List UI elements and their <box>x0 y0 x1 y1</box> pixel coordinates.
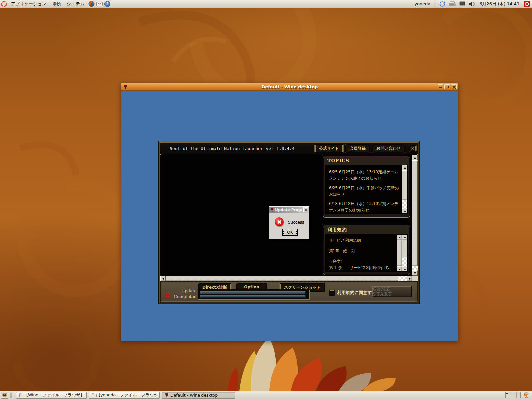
wine-virtual-desktop: Soul of the Ultimate Nation Launcher ver… <box>121 91 458 341</box>
wine-glass-icon <box>270 208 274 212</box>
agree-terms-label: 利用規約に同意する <box>337 290 376 296</box>
close-button[interactable] <box>451 84 457 89</box>
terms-text-area: サービス利用規約 第1章 総 則 （序文） 第 1 条 サービス利用規約（以下、… <box>325 234 408 272</box>
menu-applications[interactable]: アプリケーション <box>8 0 49 8</box>
scroll-thumb[interactable] <box>402 240 407 257</box>
progress-fill-top <box>200 291 306 294</box>
close-icon <box>452 85 456 89</box>
progress-fill-bottom <box>200 295 306 298</box>
scroll-thumb[interactable] <box>412 160 418 266</box>
clock[interactable]: 6月26日 (木) 14:49 <box>478 1 521 7</box>
close-icon <box>411 147 414 150</box>
workspace-cell[interactable] <box>506 392 509 395</box>
topics-title: TOPICS <box>325 157 408 165</box>
taskbar-window-yoneda-file-browser[interactable]: [yoneda - ファイル・ブラウザ] <box>89 392 160 399</box>
workspace-cell[interactable] <box>513 395 517 398</box>
page-vertical-scrollbar[interactable] <box>412 155 418 276</box>
dialog-titlebar[interactable]: Update Program <box>269 207 309 213</box>
error-icon <box>275 217 284 226</box>
scroll-up-button[interactable] <box>397 235 402 240</box>
taskbar-window-wine-desktop[interactable]: Default - Wine desktop <box>162 392 235 399</box>
scroll-up-button[interactable] <box>402 235 407 240</box>
dialog-message: Success <box>288 220 304 225</box>
workspace-cell[interactable] <box>517 395 520 398</box>
taskbar-window-label: [yoneda - ファイル・ブラウザ] <box>99 392 156 398</box>
topic-item[interactable]: 6/18 6月18日（水）13:10定期メンテナンス終了のお知らせ <box>329 201 400 213</box>
scroll-right-button[interactable] <box>407 276 412 281</box>
screen: アプリケーション 場所 システム ? yoneda <box>0 0 532 399</box>
topics-list: 6/25 6月25日（水）13:10定期ゲームメンテナンス終了のお知らせ 6/2… <box>325 165 408 214</box>
agree-terms-group: 利用規約に同意する <box>330 290 376 296</box>
terms-outer-scrollbar[interactable] <box>402 235 407 272</box>
maximize-button[interactable] <box>444 84 450 89</box>
menu-system-label: システム <box>67 1 84 7</box>
dialog-close-button[interactable] <box>303 207 308 212</box>
dialog-title: Update Program <box>275 208 302 212</box>
member-register-button[interactable]: 会員登録 <box>346 145 369 152</box>
menu-places[interactable]: 場所 <box>49 0 64 8</box>
scroll-down-button[interactable] <box>402 209 407 214</box>
official-site-button[interactable]: 公式サイト <box>315 145 343 152</box>
ok-button[interactable]: OK <box>282 229 298 236</box>
launcher-close-button[interactable] <box>410 146 416 151</box>
mail-icon[interactable] <box>96 1 103 7</box>
workspace-cell[interactable] <box>509 395 513 398</box>
update-refresh-icon[interactable] <box>439 1 446 7</box>
workspace-cell[interactable] <box>517 392 520 395</box>
scrollbar-corner <box>412 276 418 281</box>
scroll-down-button[interactable] <box>402 267 407 272</box>
scroll-thumb[interactable] <box>397 240 402 266</box>
ubuntu-logo-icon[interactable] <box>1 1 7 7</box>
terms-paragraph: 第1章 総 則 <box>329 248 394 254</box>
scroll-down-button[interactable] <box>412 270 418 276</box>
scroll-up-button[interactable] <box>402 165 407 170</box>
scroll-down-button[interactable] <box>397 267 402 272</box>
firefox-icon[interactable] <box>88 1 95 7</box>
desktop-wallpaper: Default - Wine desktop Soul of the Ultim… <box>0 8 532 391</box>
wine-glass-icon <box>123 84 128 90</box>
menu-places-label: 場所 <box>52 1 61 7</box>
username-label[interactable]: yoneda <box>412 1 432 6</box>
scroll-thumb[interactable] <box>402 170 407 200</box>
terms-inner-scrollbar[interactable] <box>397 235 402 272</box>
scroll-up-button[interactable] <box>412 155 418 160</box>
page-horizontal-scrollbar[interactable] <box>160 276 418 281</box>
trash-icon[interactable] <box>523 392 530 399</box>
taskbar-drag-handle[interactable] <box>10 393 12 398</box>
topics-scrollbar[interactable] <box>402 165 407 214</box>
option-label: Option <box>244 285 259 289</box>
workspace-switcher[interactable] <box>505 392 521 398</box>
topic-item[interactable]: 6/25 6月25日（水）手動パッチ更新のお知らせ <box>329 185 400 197</box>
top-panel-right: yoneda <box>412 0 532 8</box>
game-start-button[interactable]: GAME START <box>372 286 411 297</box>
show-desktop-icon <box>2 393 7 397</box>
game-start-label: GAME START <box>373 287 411 297</box>
workspace-cell[interactable] <box>506 395 509 398</box>
printer-icon[interactable] <box>449 1 456 7</box>
taskbar-window-label: Default - Wine desktop <box>170 393 218 398</box>
menu-applications-label: アプリケーション <box>11 1 46 7</box>
option-button[interactable]: Option <box>237 284 266 290</box>
help-glyph: ? <box>104 1 110 7</box>
panel-drag-handle[interactable] <box>434 1 436 7</box>
wine-titlebar[interactable]: Default - Wine desktop <box>121 83 458 91</box>
workspace-cell[interactable] <box>509 392 513 395</box>
menu-system[interactable]: システム <box>64 0 87 8</box>
scroll-thumb[interactable] <box>166 276 398 281</box>
minimize-button[interactable] <box>438 84 443 89</box>
launcher-title: Soul of the Ultimate Nation Launcher ver… <box>162 146 295 151</box>
show-desktop-button[interactable] <box>1 392 8 399</box>
display-icon[interactable] <box>459 1 466 7</box>
volume-icon[interactable] <box>469 1 475 7</box>
workspace-cell[interactable] <box>513 392 517 395</box>
agree-terms-checkbox[interactable] <box>330 290 334 295</box>
taskbar-window-wine-file-browser[interactable]: [Wine - ファイル・ブラウザ] <box>16 392 87 399</box>
power-icon[interactable] <box>523 1 530 7</box>
topic-item[interactable]: 6/25 6月25日（水）13:10定期ゲームメンテナンス終了のお知らせ <box>329 169 400 181</box>
top-panel-left: アプリケーション 場所 システム ? <box>0 0 111 8</box>
scroll-left-button[interactable] <box>160 276 166 281</box>
taskbar-right <box>505 392 532 399</box>
contact-button[interactable]: お問い合わせ <box>373 145 404 152</box>
update-progress-bar <box>198 290 310 300</box>
help-icon[interactable]: ? <box>104 1 111 7</box>
